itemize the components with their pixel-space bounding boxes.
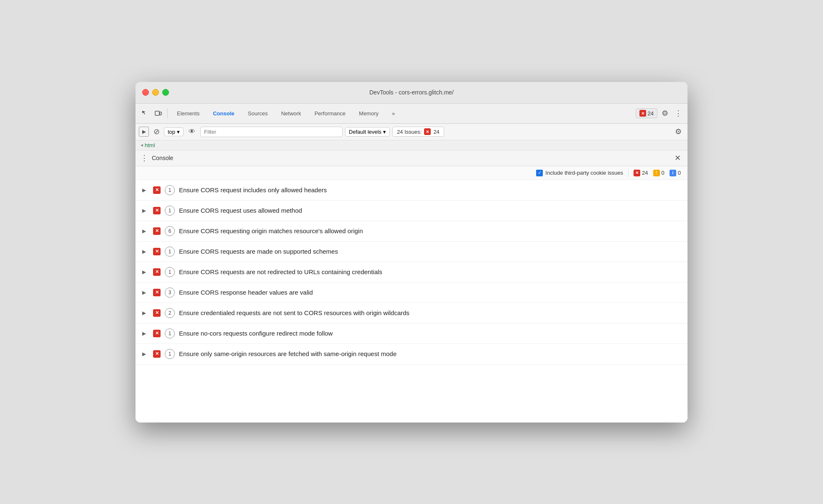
issue-row[interactable]: ▶ ✕ 1 Ensure CORS request includes only … xyxy=(135,180,688,201)
context-dropdown-icon: ▾ xyxy=(177,129,180,135)
issues-badge[interactable]: 24 Issues: ✕ 24 xyxy=(392,127,444,137)
settings-icon[interactable]: ⚙ xyxy=(659,107,671,119)
error-icon: ✕ xyxy=(639,110,646,117)
play-button[interactable]: ▶ xyxy=(139,127,149,137)
issue-count-badge: 1 xyxy=(165,247,175,257)
issue-row[interactable]: ▶ ✕ 1 Ensure CORS request uses allowed m… xyxy=(135,201,688,221)
issues-panel-title: Console xyxy=(152,155,173,161)
expand-arrow-icon: ▶ xyxy=(142,228,149,234)
issue-error-icon: ✕ xyxy=(153,309,161,317)
issue-error-icon: ✕ xyxy=(153,186,161,194)
error-count-badge[interactable]: ✕ 24 xyxy=(636,108,657,118)
issue-row[interactable]: ▶ ✕ 1 Ensure CORS requests are not redir… xyxy=(135,262,688,283)
issue-count-badge: 2 xyxy=(165,308,175,318)
issue-error-icon: ✕ xyxy=(153,227,161,235)
error-count-label: 24 xyxy=(648,110,654,117)
titlebar: DevTools - cors-errors.glitch.me/ xyxy=(135,82,688,104)
expand-arrow-icon: ▶ xyxy=(142,290,149,295)
tab-sources[interactable]: Sources xyxy=(242,108,274,119)
minimize-button[interactable] xyxy=(152,89,159,96)
close-button[interactable] xyxy=(142,89,149,96)
issue-row[interactable]: ▶ ✕ 2 Ensure credentialed requests are n… xyxy=(135,303,688,323)
issue-row[interactable]: ▶ ✕ 6 Ensure CORS requesting origin matc… xyxy=(135,221,688,242)
expand-arrow-icon: ▶ xyxy=(142,310,149,316)
issue-row[interactable]: ▶ ✕ 1 Ensure no-cors requests configure … xyxy=(135,323,688,344)
issue-row[interactable]: ▶ ✕ 1 Ensure only same-origin resources … xyxy=(135,344,688,364)
more-tabs[interactable]: » xyxy=(386,108,401,119)
issue-error-icon: ✕ xyxy=(153,207,161,214)
issue-text: Ensure only same-origin resources are fe… xyxy=(179,350,396,357)
issue-text: Ensure CORS request uses allowed method xyxy=(179,207,302,214)
expand-arrow-icon: ▶ xyxy=(142,249,149,255)
issue-text: Ensure no-cors requests configure redire… xyxy=(179,330,333,337)
breadcrumb-item[interactable]: html xyxy=(145,142,155,148)
tab-performance[interactable]: Performance xyxy=(309,108,351,119)
expand-arrow-icon: ▶ xyxy=(142,351,149,357)
traffic-lights xyxy=(142,89,169,96)
issue-error-icon: ✕ xyxy=(153,289,161,296)
issue-count-badge: 1 xyxy=(165,267,175,277)
issues-panel-header: ⋮ Console ✕ xyxy=(135,150,688,166)
warn-count-num: 0 xyxy=(662,170,665,176)
third-party-checkbox-label[interactable]: ✓ Include third-party cookie issues xyxy=(536,170,623,176)
device-toolbar-icon[interactable] xyxy=(152,107,164,119)
panel-menu-icon[interactable]: ⋮ xyxy=(141,153,148,163)
window-title: DevTools - cors-errors.glitch.me/ xyxy=(369,89,454,96)
inspect-element-icon[interactable] xyxy=(139,107,151,119)
error-count-display: ✕ 24 xyxy=(634,170,648,176)
error-count-num: 24 xyxy=(642,170,648,176)
stop-button[interactable]: ⊘ xyxy=(151,127,161,137)
tab-memory[interactable]: Memory xyxy=(353,108,384,119)
level-label: Default levels xyxy=(349,129,381,135)
info-count-icon: i xyxy=(670,170,676,176)
svg-rect-0 xyxy=(155,111,159,115)
console-settings-icon[interactable]: ⚙ xyxy=(672,126,684,137)
level-selector[interactable]: Default levels ▾ xyxy=(345,127,390,137)
more-options-icon[interactable]: ⋮ xyxy=(672,107,684,119)
console-toolbar: ▶ ⊘ top ▾ 👁 Default levels ▾ 24 Issues: … xyxy=(135,124,688,140)
expand-arrow-icon: ▶ xyxy=(142,208,149,214)
main-toolbar: Elements Console Sources Network Perform… xyxy=(135,104,688,124)
devtools-window: DevTools - cors-errors.glitch.me/ Elemen… xyxy=(135,82,688,423)
issue-text: Ensure CORS requests are made on support… xyxy=(179,248,338,255)
expand-arrow-icon: ▶ xyxy=(142,269,149,275)
eye-icon[interactable]: 👁 xyxy=(186,126,198,137)
issue-count-badge: 1 xyxy=(165,349,175,359)
issue-error-icon: ✕ xyxy=(153,248,161,255)
issue-count-badge: 6 xyxy=(165,226,175,236)
issue-count-badge: 1 xyxy=(165,206,175,216)
tab-network[interactable]: Network xyxy=(275,108,307,119)
error-count-icon: ✕ xyxy=(634,170,640,176)
breadcrumb-arrow: ◂ xyxy=(141,142,143,148)
info-count-num: 0 xyxy=(678,170,681,176)
filter-input[interactable] xyxy=(200,127,342,137)
close-panel-button[interactable]: ✕ xyxy=(672,153,682,163)
maximize-button[interactable] xyxy=(162,89,169,96)
toolbar-divider-1 xyxy=(167,108,168,118)
issue-error-icon: ✕ xyxy=(153,350,161,358)
issues-count: 24 xyxy=(433,129,439,135)
tab-elements[interactable]: Elements xyxy=(171,108,205,119)
expand-arrow-icon: ▶ xyxy=(142,331,149,336)
issue-text: Ensure CORS request includes only allowe… xyxy=(179,186,327,193)
issue-text: Ensure CORS requesting origin matches re… xyxy=(179,227,363,234)
issues-error-icon: ✕ xyxy=(424,128,431,135)
issue-row[interactable]: ▶ ✕ 1 Ensure CORS requests are made on s… xyxy=(135,242,688,262)
tab-console[interactable]: Console xyxy=(207,108,240,119)
context-value: top xyxy=(168,129,175,135)
context-selector[interactable]: top ▾ xyxy=(164,127,184,136)
issues-list: ▶ ✕ 1 Ensure CORS request includes only … xyxy=(135,180,688,423)
info-count-display: i 0 xyxy=(670,170,681,176)
checkbox-checked-icon: ✓ xyxy=(536,170,543,176)
issue-count-badge: 3 xyxy=(165,288,175,298)
filter-bar-divider xyxy=(628,169,629,177)
issues-label: 24 Issues: xyxy=(397,129,422,135)
issue-error-icon: ✕ xyxy=(153,330,161,337)
issue-row[interactable]: ▶ ✕ 3 Ensure CORS response header values… xyxy=(135,283,688,303)
issue-count-badge: 1 xyxy=(165,328,175,339)
warn-count-display: ! 0 xyxy=(653,170,665,176)
breadcrumb: ◂ html xyxy=(135,140,688,150)
level-dropdown-icon: ▾ xyxy=(383,129,386,135)
issue-error-icon: ✕ xyxy=(153,268,161,276)
issues-filter-bar: ✓ Include third-party cookie issues ✕ 24… xyxy=(135,166,688,180)
